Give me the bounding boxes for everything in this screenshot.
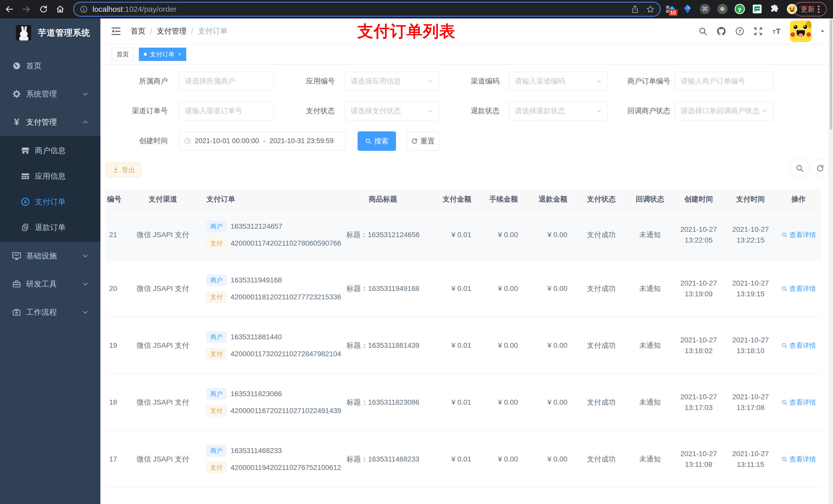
sidebar-item-pay[interactable]: ¥ 支付管理 bbox=[0, 108, 100, 136]
extension-record-icon[interactable] bbox=[717, 4, 728, 14]
merchant-tag: 商户 bbox=[207, 445, 227, 456]
tab-pay-order[interactable]: 支付订单 × bbox=[139, 48, 186, 61]
share-icon[interactable] bbox=[630, 5, 639, 14]
view-detail-link[interactable]: 查看详情 bbox=[781, 340, 816, 351]
cell-notify-status: 未通知 bbox=[627, 397, 672, 408]
filter-channel-order-no-input[interactable]: 请输入渠道订单号 bbox=[179, 101, 274, 120]
sidebar-item-infra[interactable]: 基础设施 bbox=[0, 242, 100, 270]
close-icon[interactable]: × bbox=[178, 51, 181, 57]
browser-menu-dots-icon bbox=[818, 5, 820, 13]
merchant-tag: 商户 bbox=[207, 274, 227, 286]
merchant-order-no: 1635311881440 bbox=[231, 332, 282, 342]
cell-refund: ¥ 0.00 bbox=[525, 340, 575, 351]
extension-y-icon[interactable]: y bbox=[734, 4, 745, 14]
cell-fee: ¥ 0.00 bbox=[474, 454, 525, 464]
chevron-down-icon bbox=[82, 253, 89, 259]
extensions-puzzle-icon[interactable] bbox=[769, 4, 780, 14]
filter-merchant-select[interactable]: 请选择所属商户 bbox=[179, 72, 274, 91]
sidebar-item-system[interactable]: 系统管理 bbox=[0, 80, 100, 108]
window-scrollbar[interactable] bbox=[829, 19, 833, 504]
column-header: 支付时间 bbox=[725, 194, 776, 205]
extensions-bar: 10 ⌘ y bbox=[665, 4, 798, 14]
reset-button[interactable]: 重置 bbox=[407, 131, 439, 151]
breadcrumb-pay-manage[interactable]: 支付管理 bbox=[157, 26, 187, 37]
sidebar-item-refund-order[interactable]: 退款订单 bbox=[0, 215, 100, 240]
filter-pay-status-select[interactable]: 请选择支付状态 bbox=[345, 101, 439, 120]
red-annotation-title: 支付订单列表 bbox=[351, 19, 462, 44]
fullscreen-icon[interactable] bbox=[753, 26, 763, 37]
toolbox-icon bbox=[11, 279, 22, 289]
filter-notify-status-select[interactable]: 请选择订单回调商户状态 bbox=[675, 101, 774, 120]
filter-label-merchant: 所属商户 bbox=[100, 72, 168, 91]
extension-command-icon[interactable]: ⌘ bbox=[699, 4, 710, 14]
bookmark-star-icon[interactable] bbox=[646, 5, 655, 14]
app-logo[interactable]: 芋道管理系统 bbox=[0, 19, 100, 41]
cell-amount: ¥ 0.01 bbox=[428, 397, 474, 408]
url-text[interactable]: localhost:1024/pay/order bbox=[93, 5, 177, 14]
dashboard-icon bbox=[11, 61, 22, 71]
browser-home-icon[interactable] bbox=[54, 4, 66, 15]
browser-update-button[interactable]: 更新 bbox=[794, 2, 827, 16]
screen: localhost:1024/pay/order 10 ⌘ bbox=[0, 0, 833, 504]
sidebar-item-home[interactable]: 首页 bbox=[0, 52, 100, 80]
sidebar-item-app-info[interactable]: 应用信息 bbox=[0, 163, 100, 189]
sidebar-item-merchant-info[interactable]: 商户信息 bbox=[0, 138, 100, 163]
tags-view-bar: 首页 支付订单 × bbox=[100, 44, 833, 65]
view-detail-link[interactable]: 查看详情 bbox=[781, 397, 816, 408]
view-detail-link[interactable]: 查看详情 bbox=[781, 454, 816, 464]
caret-down-icon[interactable] bbox=[820, 28, 825, 34]
font-size-icon[interactable]: TT bbox=[771, 26, 782, 37]
sidebar-fold-icon[interactable] bbox=[111, 26, 121, 37]
sidebar-item-pay-order[interactable]: ¥ 支付订单 bbox=[0, 189, 100, 215]
extension-devtool-icon[interactable]: 10 bbox=[665, 4, 675, 14]
sidebar-item-workflow[interactable]: 工作流程 bbox=[0, 298, 100, 326]
view-detail-link[interactable]: 查看详情 bbox=[781, 283, 816, 294]
filter-app-select[interactable]: 请选择应用信息 bbox=[345, 72, 439, 91]
cell-amount: ¥ 0.01 bbox=[428, 454, 474, 464]
breadcrumb-home[interactable]: 首页 bbox=[130, 26, 145, 37]
view-detail-link[interactable]: 查看详情 bbox=[781, 230, 816, 240]
search-button[interactable]: 搜索 bbox=[358, 131, 396, 151]
chevron-up-icon bbox=[82, 119, 89, 125]
cell-notify-status: 未通知 bbox=[627, 230, 672, 240]
github-icon[interactable] bbox=[716, 26, 727, 37]
browser-forward-icon[interactable] bbox=[21, 4, 32, 15]
address-bar[interactable]: localhost:1024/pay/order bbox=[73, 2, 661, 17]
table-header: 编号支付渠道支付订单商品标题支付金额手续金额退款金额支付状态回调状态创建时间支付… bbox=[105, 189, 821, 210]
header-search-icon[interactable] bbox=[698, 26, 708, 37]
avatar[interactable] bbox=[790, 21, 811, 42]
merchant-order-no: 1635312124657 bbox=[231, 221, 282, 232]
scrollbar-thumb[interactable] bbox=[830, 20, 832, 129]
pay-order-line: 支付4200001181202110277723215336 bbox=[207, 291, 341, 303]
search-icon bbox=[795, 164, 804, 173]
table-row: 商户1635311354736 bbox=[105, 488, 821, 504]
extension-chat-icon[interactable] bbox=[752, 4, 763, 14]
help-icon[interactable]: ? bbox=[735, 26, 745, 37]
create-time-range-picker[interactable]: 2021-10-01 00:00:00 - 2021-10-31 23:59:5… bbox=[179, 131, 346, 150]
sidebar-item-devtools[interactable]: 研发工具 bbox=[0, 270, 100, 298]
column-header: 创建时间 bbox=[672, 194, 725, 205]
hide-search-button[interactable] bbox=[790, 159, 809, 178]
yen-icon: ¥ bbox=[11, 117, 22, 127]
tab-home[interactable]: 首页 bbox=[112, 48, 134, 61]
cell-id: 20 bbox=[105, 283, 131, 294]
cell-paid-time: 2021-10-2713:11:15 bbox=[725, 449, 776, 470]
main-area: 首页 / 支付管理 / 支付订单 支付订单列表 ? bbox=[100, 19, 833, 504]
chevron-down-icon bbox=[427, 108, 433, 114]
browser-reload-icon[interactable] bbox=[38, 4, 49, 15]
cell-title: 标题：1635311823086 bbox=[338, 397, 428, 408]
export-button[interactable]: 导出 bbox=[106, 163, 141, 177]
search-icon bbox=[781, 399, 787, 405]
site-info-icon[interactable] bbox=[80, 5, 88, 13]
column-header: 支付渠道 bbox=[131, 194, 195, 205]
extension-kite-icon[interactable] bbox=[682, 4, 693, 14]
date-start-value[interactable]: 2021-10-01 00:00:00 bbox=[195, 137, 259, 145]
filter-label-refund-status: 退款状态 bbox=[433, 101, 499, 120]
cell-created-time: 2021-10-2713:19:09 bbox=[672, 278, 725, 299]
date-end-value[interactable]: 2021-10-31 23:59:59 bbox=[269, 137, 334, 145]
cell-notify-status: 未通知 bbox=[627, 454, 672, 464]
browser-back-icon[interactable] bbox=[4, 4, 15, 15]
search-icon bbox=[781, 342, 787, 349]
refresh-table-button[interactable] bbox=[810, 159, 830, 178]
filter-merchant-order-no-input[interactable]: 请输入商户订单编号 bbox=[675, 72, 774, 91]
